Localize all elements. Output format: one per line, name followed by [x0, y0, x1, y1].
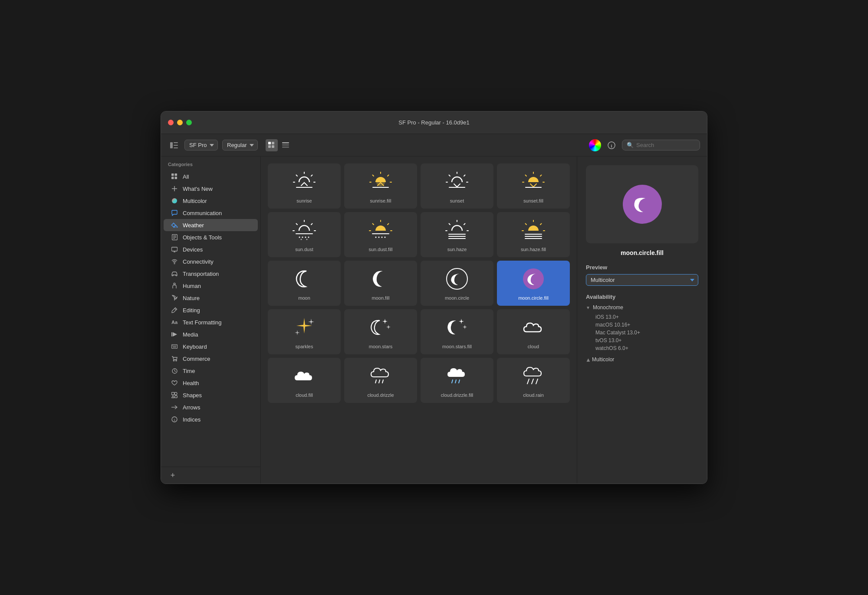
weight-selector[interactable]: Regular: [222, 140, 258, 150]
sidebar-item-whats-new[interactable]: What's New: [164, 183, 258, 195]
sidebar-item-time[interactable]: Time: [164, 365, 258, 377]
sidebar-item-text-formatting[interactable]: Aa Text Formatting: [164, 316, 258, 328]
svg-point-46: [176, 360, 177, 361]
color-picker-button[interactable]: [589, 139, 601, 151]
icon-cell-sparkles[interactable]: sparkles: [268, 309, 341, 354]
info-button[interactable]: i: [605, 139, 618, 151]
monochrome-group-header[interactable]: ▼ Monochrome: [586, 304, 698, 311]
list-view-button[interactable]: [279, 139, 292, 151]
icon-cell-cloud-drizzle[interactable]: cloud.drizzle: [344, 358, 417, 403]
sidebar-item-multicolor[interactable]: Multicolor: [164, 195, 258, 207]
svg-line-127: [459, 380, 460, 383]
sidebar-item-keyboard[interactable]: Keyboard: [164, 340, 258, 353]
icon-cell-sunset-fill[interactable]: sunset.fill: [497, 163, 570, 209]
multicolor-chevron: ▶: [585, 358, 590, 361]
sidebar-item-health[interactable]: Health: [164, 377, 258, 389]
keyboard-icon: [171, 343, 178, 350]
icon-cell-cloud-drizzle-fill[interactable]: cloud.drizzle.fill: [421, 358, 493, 403]
sidebar-item-shapes[interactable]: Shapes: [164, 389, 258, 401]
cloud-drizzle-fill-symbol: [444, 363, 470, 389]
svg-line-72: [464, 175, 465, 177]
sidebar-item-media[interactable]: Media: [164, 328, 258, 340]
avail-ios: iOS 13.0+: [586, 313, 698, 321]
avail-macos: macOS 10.16+: [586, 321, 698, 329]
search-box: 🔍: [622, 140, 700, 150]
svg-line-126: [455, 380, 456, 383]
svg-rect-9: [282, 144, 289, 146]
svg-point-120: [447, 268, 467, 289]
sidebar-item-human[interactable]: Human: [164, 280, 258, 292]
multicolor-group-header[interactable]: ▶ Multicolor: [586, 356, 698, 363]
search-input[interactable]: [636, 142, 695, 148]
icon-cell-sunset[interactable]: sunset: [421, 163, 493, 209]
svg-line-64: [373, 175, 374, 177]
close-button[interactable]: [168, 120, 174, 125]
avail-watchos: watchOS 6.0+: [586, 344, 698, 352]
sidebar-item-indices-label: Indices: [183, 416, 201, 423]
icon-cell-moon-circle-fill[interactable]: moon.circle.fill: [497, 261, 570, 306]
svg-line-128: [527, 379, 529, 384]
add-category-button[interactable]: +: [168, 471, 178, 480]
svg-line-36: [175, 309, 177, 311]
icon-cell-moon-fill[interactable]: moon.fill: [344, 261, 417, 306]
svg-line-105: [449, 224, 450, 225]
icon-cell-moon-stars[interactable]: moon.stars: [344, 309, 417, 354]
sidebar-scroll-area: Categories All: [161, 157, 260, 467]
icon-cell-sun-dust-fill[interactable]: sun.dust.fill: [344, 212, 417, 257]
icon-cell-moon-circle[interactable]: moon.circle: [421, 261, 493, 306]
sidebar-item-weather[interactable]: Weather: [164, 219, 258, 231]
sidebar-item-arrows[interactable]: Arrows: [164, 401, 258, 413]
svg-point-89: [302, 237, 303, 238]
sunset-fill-symbol: [520, 169, 546, 195]
icon-cell-sun-dust[interactable]: sun.dust: [268, 212, 341, 257]
minimize-button[interactable]: [177, 120, 183, 125]
sidebar-item-commerce[interactable]: Commerce: [164, 353, 258, 365]
sidebar-item-all-label: All: [183, 173, 189, 180]
sidebar-item-objects-tools[interactable]: Objects & Tools: [164, 231, 258, 243]
categories-label: Categories: [161, 162, 260, 170]
sidebar-item-connectivity[interactable]: Connectivity: [164, 255, 258, 268]
sidebar-item-indices[interactable]: 1 Indices: [164, 413, 258, 425]
maximize-button[interactable]: [186, 120, 192, 125]
svg-marker-52: [172, 396, 174, 398]
svg-rect-40: [172, 346, 173, 347]
sidebar-item-communication-label: Communication: [183, 210, 222, 216]
preview-mode-selector[interactable]: Multicolor Monochrome Hierarchical Palet…: [586, 274, 698, 286]
icon-cell-sunrise-fill[interactable]: sunrise.fill: [344, 163, 417, 209]
sidebar-item-devices[interactable]: Devices: [164, 243, 258, 255]
icon-cell-moon[interactable]: moon: [268, 261, 341, 306]
availability-multicolor-group: ▶ Multicolor: [586, 356, 698, 365]
icon-cell-sun-haze[interactable]: sun.haze: [421, 212, 493, 257]
svg-rect-50: [172, 392, 174, 395]
moon-circle-fill-symbol: [520, 266, 546, 292]
sidebar-toggle-button[interactable]: [168, 139, 180, 151]
font-selector[interactable]: SF Pro: [184, 140, 218, 150]
traffic-lights: [168, 120, 192, 125]
grid-view-button[interactable]: [266, 139, 278, 151]
icon-cell-sunrise[interactable]: sunrise: [268, 163, 341, 209]
sparkles-symbol: [291, 314, 317, 340]
view-mode-buttons: [266, 139, 292, 151]
svg-point-102: [381, 237, 383, 238]
svg-rect-7: [272, 145, 274, 148]
icon-cell-cloud-fill1[interactable]: cloud.fill: [268, 358, 341, 403]
sidebar-item-all[interactable]: All: [164, 170, 258, 183]
icon-cell-moon-stars-fill[interactable]: moon.stars.fill: [421, 309, 493, 354]
svg-point-91: [308, 237, 309, 238]
sidebar-item-nature[interactable]: Nature: [164, 292, 258, 304]
icon-cell-cloud[interactable]: cloud: [497, 309, 570, 354]
icon-cell-cloud-rain[interactable]: cloud.rain: [497, 358, 570, 403]
icon-cell-sun-haze-fill[interactable]: sun.haze.fill: [497, 212, 570, 257]
sidebar-item-editing[interactable]: Editing: [164, 304, 258, 316]
sidebar-item-transportation[interactable]: Transportation: [164, 268, 258, 280]
sun-dust-fill-symbol: [368, 217, 394, 243]
svg-point-35: [174, 283, 175, 285]
devices-icon: [171, 245, 178, 253]
svg-rect-4: [268, 142, 271, 144]
svg-rect-16: [175, 177, 178, 180]
moon-fill-label: moon.fill: [372, 295, 390, 301]
svg-rect-15: [171, 177, 174, 180]
sidebar-item-communication[interactable]: Communication: [164, 207, 258, 219]
svg-line-129: [532, 379, 533, 384]
moon-symbol: [291, 266, 317, 292]
